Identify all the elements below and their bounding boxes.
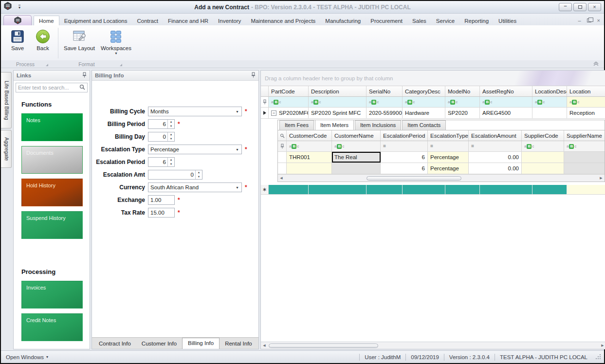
search-icon[interactable] <box>79 83 85 92</box>
cell-suppliername[interactable] <box>564 152 605 163</box>
mdi-restore-button[interactable] <box>587 18 591 22</box>
filter-cell-assetregno[interactable]: aBc <box>480 97 532 107</box>
cell-categorydesc[interactable]: Hardware <box>403 108 445 118</box>
tab-item-meters[interactable]: Item Meters <box>315 120 354 130</box>
new-cell-partcode[interactable] <box>269 185 309 195</box>
filter-cell-suppliername[interactable]: aBc <box>564 141 605 151</box>
escalation-type-select[interactable]: Percentage▼ <box>148 145 242 154</box>
column-header-customername[interactable]: CustomerName <box>332 130 381 141</box>
grid-data-row[interactable]: −SP2020MFC SP2020 Sprint MFC 2020-559900… <box>261 108 605 119</box>
maximize-button[interactable] <box>573 3 587 11</box>
currency-select[interactable]: South African Rand▼ <box>148 182 242 192</box>
filter-cell-customercode[interactable]: aBc <box>287 141 332 151</box>
tab-contract-info[interactable]: Contract Info <box>93 339 136 349</box>
grid-horizontal-scrollbar[interactable]: ◀ ▶ <box>261 342 605 349</box>
filter-cell-description[interactable]: aBc <box>309 97 367 107</box>
collapse-row-icon[interactable]: − <box>271 110 276 116</box>
cell-modelno[interactable]: SP2020 <box>445 108 480 118</box>
cell-locationdesc[interactable] <box>532 108 567 118</box>
suspend-history-button[interactable]: Suspend History <box>21 211 83 239</box>
hold-history-button[interactable]: Hold History <box>21 179 83 206</box>
cell-location[interactable]: Reception <box>567 108 605 118</box>
ribbon-tab-home[interactable]: Home <box>34 16 59 25</box>
mdi-minimize-button[interactable]: – <box>578 18 581 23</box>
filter-cell-locationdesc[interactable]: aBc <box>532 97 567 107</box>
spin-down-icon[interactable]: ▼ <box>168 124 174 128</box>
cell-escalationperiod[interactable]: 6 <box>381 163 428 174</box>
escalation-period-stepper[interactable]: 6▲▼ <box>148 157 175 167</box>
back-button[interactable]: Back <box>30 28 55 60</box>
column-header-escalationamount[interactable]: EscalationAmount <box>469 130 522 141</box>
ribbon-tab-inventory[interactable]: Inventory <box>213 16 246 25</box>
scroll-left-icon[interactable]: ◀ <box>278 176 285 180</box>
new-cell-locationdesc[interactable] <box>532 185 567 195</box>
pin-icon[interactable] <box>251 72 256 79</box>
ribbon-tab-reporting[interactable]: Reporting <box>459 16 494 25</box>
column-header-modelno[interactable]: ModelNo <box>445 86 480 96</box>
column-header-escalationtype[interactable]: EscalationType <box>428 130 469 141</box>
detail-data-row[interactable]: 6 Percentage 0.00 <box>278 163 605 174</box>
billing-day-stepper[interactable]: 0▲▼ <box>148 132 175 142</box>
filter-cell-serialno[interactable]: aBc <box>367 97 403 107</box>
tab-item-fees[interactable]: Item Fees <box>279 120 314 130</box>
resize-grip[interactable] <box>595 354 601 361</box>
column-header-description[interactable]: Description <box>309 86 367 96</box>
filter-pin-icon[interactable] <box>278 141 287 151</box>
detail-search-icon[interactable] <box>278 130 287 141</box>
scrollbar-thumb[interactable] <box>269 344 378 348</box>
cell-escalationamount[interactable]: 0.00 <box>469 152 522 163</box>
filter-cell-suppliercode[interactable]: aBc <box>522 141 564 151</box>
filter-cell-categorydesc[interactable]: aBc <box>403 97 445 107</box>
filter-cell-modelno[interactable]: aBc <box>445 97 480 107</box>
tab-item-contacts[interactable]: Item Contacts <box>402 120 446 130</box>
ribbon-tab-contract[interactable]: Contract <box>132 16 163 25</box>
cell-description[interactable]: SP2020 Sprint MFC <box>309 108 367 118</box>
invoices-button[interactable]: Invoices <box>21 281 83 309</box>
cell-suppliername[interactable] <box>564 163 605 174</box>
tax-rate-field[interactable]: 15.00 <box>148 208 175 218</box>
application-menu-button[interactable] <box>3 15 32 25</box>
group-dialog-launcher-icon[interactable] <box>120 64 122 66</box>
save-button[interactable]: Save <box>5 28 30 60</box>
column-header-assetregno[interactable]: AssetRegNo <box>480 86 532 96</box>
grid-new-row[interactable]: ∗ <box>261 185 605 195</box>
cell-suppliercode[interactable] <box>522 152 564 163</box>
ribbon-tab-sales[interactable]: Sales <box>407 16 431 25</box>
ribbon-tab-finance-and-hr[interactable]: Finance and HR <box>163 16 213 25</box>
search-input[interactable] <box>18 85 79 91</box>
filter-cell-escalationtype[interactable]: = <box>428 141 469 151</box>
cell-partcode[interactable]: −SP2020MFC <box>269 108 309 118</box>
filter-cell-partcode[interactable]: aBc <box>269 97 309 107</box>
collapse-ribbon-icon[interactable] <box>593 61 599 67</box>
minimize-button[interactable]: – <box>559 3 572 11</box>
ribbon-tab-manufacturing[interactable]: Manufacturing <box>320 16 366 25</box>
billing-period-stepper[interactable]: 6▲▼ <box>148 119 175 129</box>
dock-tab-aggregate[interactable]: Aggregate <box>1 130 12 168</box>
new-cell-modelno[interactable] <box>445 185 480 195</box>
workspaces-button[interactable]: Workspaces ▼ <box>98 28 134 60</box>
tab-customer-info[interactable]: Customer Info <box>136 339 182 349</box>
spin-down-icon[interactable]: ▼ <box>196 175 202 179</box>
close-button[interactable]: × <box>588 3 601 11</box>
cell-escalationtype[interactable]: Percentage <box>428 152 469 163</box>
cell-escalationperiod[interactable]: 6 <box>381 152 428 163</box>
credit-notes-button[interactable]: Credit Notes <box>21 313 83 341</box>
filter-cell-escalationperiod[interactable]: = <box>381 141 428 151</box>
spin-down-icon[interactable]: ▼ <box>168 137 174 141</box>
scroll-left-icon[interactable]: ◀ <box>261 344 268 347</box>
escalation-amt-stepper[interactable]: 0▲▼ <box>148 170 202 180</box>
new-cell-assetregno[interactable] <box>480 185 532 195</box>
ribbon-tab-maintenance-and-projects[interactable]: Maintenance and Projects <box>246 16 320 25</box>
spin-down-icon[interactable]: ▼ <box>168 162 174 166</box>
cell-escalationamount[interactable]: 0.00 <box>469 163 522 174</box>
detail-data-row[interactable]: THR001 The Real 6 Percentage 0.00 <box>278 152 605 163</box>
spin-up-icon[interactable]: ▲ <box>168 132 174 137</box>
open-windows-button[interactable]: Open Windows ▾ <box>6 354 48 360</box>
notes-button[interactable]: Notes <box>21 113 83 141</box>
column-header-suppliername[interactable]: SupplierName <box>564 130 605 141</box>
column-header-serialno[interactable]: SerialNo <box>367 86 403 96</box>
column-header-partcode[interactable]: PartCode <box>269 86 309 96</box>
ribbon-tab-equipment-and-locations[interactable]: Equipment and Locations <box>59 16 132 25</box>
filter-cell-customername[interactable]: aBc <box>332 141 381 151</box>
pin-icon[interactable] <box>82 72 87 79</box>
